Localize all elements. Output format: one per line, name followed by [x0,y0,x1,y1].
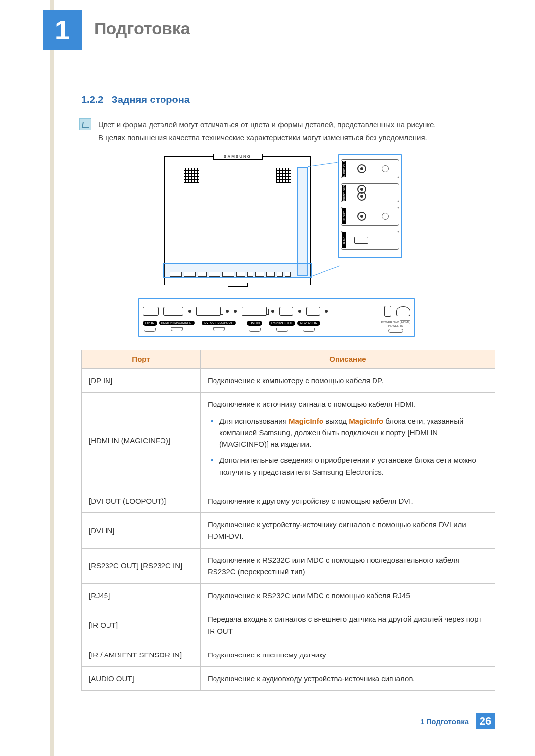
hdmi-port-icon [163,307,183,316]
speaker-grill-left-icon [184,168,199,183]
port-desc: Передача входных сигналов с внешнего дат… [201,607,495,643]
note-block: Цвет и форма деталей могут отличаться от… [79,118,495,144]
label-dvi-in: DVI IN [247,321,262,326]
jack-icon [357,192,366,201]
audio-jack-icon [357,164,366,173]
table-row: [RS232C OUT] [RS232C IN] Подключение к R… [82,548,495,584]
port-name: [DVI OUT (LOOPOUT)] [82,489,201,512]
label-dp-in: DP IN [143,321,157,326]
callout-line [308,266,340,278]
note-text: Цвет и форма деталей могут отличаться от… [98,118,436,144]
ports-table: Порт Описание [DP IN] Подключение к комп… [81,350,495,691]
port-name: [RJ45] [82,584,201,607]
side-port-highlight [297,167,308,276]
label-dvi-out: DVI OUT (LOOPOUT) [202,321,236,325]
desc-bullet: Для использования MagicInfo выход MagicI… [208,415,488,450]
chapter-number-tab: 1 [43,10,82,50]
power-switch-icon [384,306,391,317]
port-desc: Подключение к RS232C или MDC с помощью п… [201,548,495,584]
section-title: Задняя сторона [111,94,190,105]
port-label-ir-out: IR OUT [342,208,346,224]
rj45-jack-icon [354,237,368,244]
side-ports-panel: AUDIO OUT IR / AMBIENT SENSOR IN IR OUT [338,154,402,258]
section-heading: 1.2.2 Задняя сторона [81,94,495,105]
stand-slot-icon [228,283,248,287]
label-rs232c-out: RS232C OUT [269,321,295,326]
table-row: [RJ45] Подключение к RS232C или MDC с по… [82,584,495,607]
note-line1: Цвет и форма деталей могут отличаться от… [98,118,436,131]
left-margin-strip [50,0,54,756]
port-name: [AUDIO OUT] [82,667,201,691]
table-row: [IR / AMBIENT SENSOR IN] Подключение к в… [82,643,495,666]
power-in-icon [396,306,410,316]
table-row: [DP IN] Подключение к компьютеру с помощ… [82,369,495,393]
port-name: [HDMI IN (MAGICINFO)] [82,393,201,489]
dp-port-icon [143,307,159,316]
port-name: [IR / AMBIENT SENSOR IN] [82,643,201,666]
table-header-desc: Описание [201,350,495,369]
table-row: [IR OUT] Передача входных сигналов с вне… [82,607,495,643]
table-row: [DVI OUT (LOOPOUT)] Подключение к другом… [82,489,495,512]
table-row: [DVI IN] Подключение к устройству-источн… [82,513,495,549]
rs232c-in-port-icon [306,307,320,316]
hdmi-logo: HDMI [400,320,410,324]
port-name: [IR OUT] [82,607,201,643]
note-line2: В целях повышения качества технические х… [98,131,436,144]
jack-icon [357,212,366,221]
footer-chapter-text: 1 Подготовка [420,717,469,726]
port-name: [DVI IN] [82,513,201,549]
bottom-port-miniatures [170,272,309,277]
page-footer: 1 Подготовка 26 [420,713,495,729]
port-name: [RS232C OUT] [RS232C IN] [82,548,201,584]
chapter-number: 1 [55,14,70,45]
port-desc: Подключение к RS232C или MDC с помощью к… [201,584,495,607]
port-desc: Подключение к внешнему датчику [201,643,495,666]
brand-label: SAMSUNG [213,154,263,160]
desc-bullet: Дополнительные сведения о приобретении и… [208,454,488,478]
dvi-in-port-icon [242,307,267,316]
port-desc: Подключение к аудиовходу устройства-исто… [201,667,495,691]
power-labels: POWER S/W HDMI POWER IN [381,321,410,333]
chapter-title: Подготовка [94,19,190,38]
port-desc: Подключение к другому устройству с помощ… [201,489,495,512]
port-audio-out: AUDIO OUT [341,159,399,178]
table-row: [AUDIO OUT] Подключение к аудиовходу уст… [82,667,495,691]
port-label-rj45: RJ45 [342,232,346,248]
port-label-ir-sensor-in: IR / AMBIENT SENSOR IN [342,185,346,201]
footer-page-number: 26 [476,713,495,729]
speaker-grill-right-icon [276,168,291,183]
port-desc: Подключение к устройству-источнику сигна… [201,513,495,549]
port-ir-out: IR OUT [341,207,399,226]
aux-jack-icon [382,213,389,220]
desc-text: Подключение к источнику сигнала с помощь… [208,399,488,410]
label-rs232c-in: RS232C IN [297,321,320,326]
diagram: SAMSUNG AUD [81,156,495,337]
section-number: 1.2.2 [81,94,103,105]
dvi-out-port-icon [196,307,221,316]
table-header-port: Порт [82,350,201,369]
device-rear-outline: SAMSUNG [164,156,311,285]
port-desc: Подключение к источнику сигнала с помощь… [201,393,495,489]
port-desc: Подключение к компьютеру с помощью кабел… [201,369,495,393]
port-rj45: RJ45 [341,231,399,250]
rs232c-out-port-icon [279,307,293,316]
keyword-magicinfo: MagicInfo [349,417,383,425]
table-row: [HDMI IN (MAGICINFO)] Подключение к исто… [82,393,495,489]
note-icon [79,118,91,130]
label-power-sw: POWER S/W [381,321,399,324]
port-ir-sensor-in: IR / AMBIENT SENSOR IN [341,183,399,202]
keyword-magicinfo: MagicInfo [289,417,323,425]
label-hdmi-in: HDMI IN (MAGICINFO) [159,321,195,325]
aux-jack-icon [382,165,389,172]
port-label-audio-out: AUDIO OUT [342,161,346,177]
port-name: [DP IN] [82,369,201,393]
callout-line [308,162,338,167]
bottom-ports-panel: DP IN HDMI IN (MAGICINFO) DVI OUT (LOOPO… [138,298,415,337]
label-power-in: POWER IN [388,324,403,327]
